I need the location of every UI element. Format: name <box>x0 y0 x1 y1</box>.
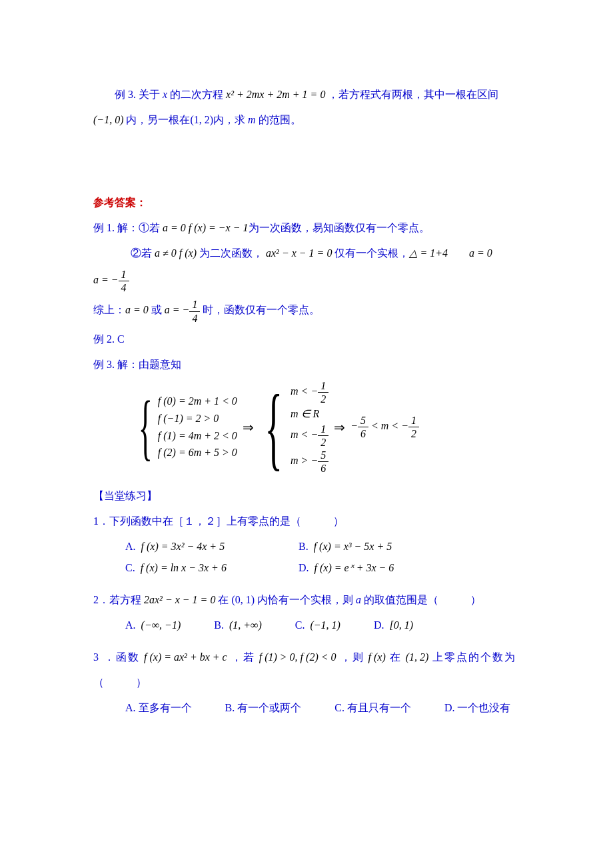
q3-a: A. 至多有一个 <box>125 697 192 719</box>
q3-text: 3 ．函数 f (x) = ax² + bx + c ，若 f (1) > 0,… <box>93 647 520 668</box>
practice-header: 【当堂练习】 <box>93 485 520 507</box>
q2-c: C. (−1, 1) <box>295 615 340 636</box>
ans3-intro: 例 3. 解：由题意知 <box>93 354 520 375</box>
q3-c: C. 有且只有一个 <box>334 697 411 719</box>
example3-line2: (−1, 0) 内，另一根在(1, 2)内，求 m 的范围。 <box>93 109 520 131</box>
ex3-mid1: 的二次方程 <box>170 89 223 100</box>
s1l4: f (2) = 6m + 5 > 0 <box>158 444 237 461</box>
a1-eq3: ax² − x − 1 = 0 <box>263 247 332 259</box>
a1-sumb: 或 <box>149 305 165 316</box>
q2-b: B. (1, +∞) <box>214 615 262 636</box>
s2l1: m < −12 <box>291 379 328 405</box>
brace-1: { <box>139 394 153 460</box>
a1-eq4: △ = 1+4 <box>409 247 448 259</box>
a1-c: ②若 <box>131 247 155 259</box>
ex3-tail1: ，若方程式有两根，其中一根在区间 <box>328 89 498 100</box>
a1-eq5: a = 0 <box>469 247 492 259</box>
a1-a: 例 1. 解：①若 <box>93 222 163 233</box>
q3-d: D. 一个也没有 <box>444 697 511 719</box>
s1l1: f (0) = 2m + 1 < 0 <box>158 393 237 410</box>
ans3-system: { f (0) = 2m + 1 < 0 f (−1) = 2 > 0 f (1… <box>136 379 520 475</box>
ans1-frac: a = −14 <box>93 268 520 294</box>
q1-c: C. f (x) = ln x − 3x + 6 <box>125 557 299 579</box>
a1-lhs: a = − <box>93 274 119 285</box>
a1-b: 为一次函数，易知函数仅有一个零点。 <box>249 222 430 233</box>
ex3-m: m <box>248 114 256 125</box>
ans1-line2: ②若 a ≠ 0 f (x) 为二次函数， ax² − x − 1 = 0 仅有… <box>93 243 520 264</box>
sys1: f (0) = 2m + 1 < 0 f (−1) = 2 > 0 f (1) … <box>158 393 237 461</box>
q1-row1: A. f (x) = 3x² − 4x + 5 B. f (x) = x³ − … <box>93 536 520 557</box>
ex3-eq: x² + 2mx + 2m + 1 = 0 <box>223 89 328 100</box>
a1-eq1: a = 0 f (x) = −x − 1 <box>163 222 249 233</box>
s2l2: m ∈ R <box>291 405 328 423</box>
ans2: 例 2. C <box>93 329 520 350</box>
example3-line1: 例 3. 关于 x 的二次方程 x² + 2mx + 2m + 1 = 0 ，若… <box>93 84 520 105</box>
brace-2: { <box>265 385 283 469</box>
ex3-l2e: 的范围。 <box>256 114 301 125</box>
a1-se2: a = − <box>165 305 190 316</box>
s2l3: m < −12 <box>291 423 328 449</box>
a1-eq2: a ≠ 0 f (x) <box>155 247 197 259</box>
answer-header: 参考答案： <box>93 192 520 213</box>
ex3-pre: 例 3. 关于 <box>115 89 160 100</box>
q1-row2: C. f (x) = ln x − 3x + 6 D. f (x) = eˣ +… <box>93 557 520 579</box>
a1-frac: 14 <box>119 268 129 294</box>
q1-b: B. f (x) = x³ − 5x + 5 <box>299 536 392 557</box>
q3-paren: （ ） <box>93 672 520 693</box>
sys2: m < −12 m ∈ R m < −12 m > −56 <box>291 379 328 475</box>
q2-d: D. [0, 1) <box>374 615 413 636</box>
q3-options: A. 至多有一个 B. 有一个或两个 C. 有且只有一个 D. 一个也没有 <box>93 697 520 719</box>
a1-sumc: 时，函数仅有一个零点。 <box>200 305 320 316</box>
s1l2: f (−1) = 2 > 0 <box>158 410 237 427</box>
ex3-int1: (−1, 0) <box>93 114 126 125</box>
a1-e: 仅有一个实根， <box>332 247 409 259</box>
final: −56 < m < −12 <box>350 414 419 440</box>
ans1-line1: 例 1. 解：①若 a = 0 f (x) = −x − 1为一次函数，易知函数… <box>93 217 520 239</box>
ex3-l2b: 内，另一根在 <box>126 114 190 125</box>
ans1-summary: 综上：a = 0 或 a = −14 时，函数仅有一个零点。 <box>93 298 520 324</box>
a1-se1: a = 0 <box>125 305 149 316</box>
q1-a: A. f (x) = 3x² − 4x + 5 <box>125 536 299 557</box>
q2-options: A. (−∞, −1) B. (1, +∞) C. (−1, 1) D. [0,… <box>93 615 520 636</box>
ex3-l2d: 内，求 <box>213 114 248 125</box>
ex3-int2: (1, 2) <box>190 114 213 125</box>
s2l4: m > −56 <box>291 449 328 475</box>
a1-frac2: 14 <box>189 298 200 324</box>
q2-a: A. (−∞, −1) <box>125 615 181 636</box>
q3-b: B. 有一个或两个 <box>225 697 302 719</box>
q1-text: 1．下列函数中在［１，２］上有零点的是（ ） <box>93 511 520 532</box>
q1-d: D. f (x) = eˣ + 3x − 6 <box>299 557 394 579</box>
s1l3: f (1) = 4m + 2 < 0 <box>158 427 237 445</box>
q2-text: 2．若方程 2ax² − x − 1 = 0 在 (0, 1) 内恰有一个实根，… <box>93 589 520 611</box>
a1-d: 为二次函数， <box>197 247 263 259</box>
arrow-2: ⇒ <box>328 414 350 441</box>
arrow-1: ⇒ <box>237 414 259 441</box>
ex3-x: x <box>160 89 170 100</box>
a1-suma: 综上： <box>93 305 125 316</box>
